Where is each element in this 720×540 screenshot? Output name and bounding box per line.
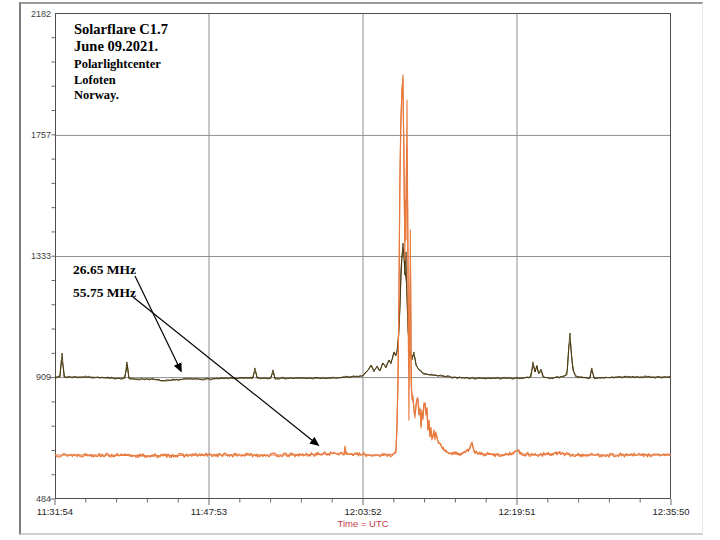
source-line: Norway. [74,88,161,104]
chart-title: Solarflare C1.7 [74,21,168,38]
chart-title-block: Solarflare C1.7 June 09.2021. [74,21,168,54]
x-tick-label: 11:31:54 [20,506,90,517]
source-line: Lofoten [74,73,161,89]
y-tick-label: 2182 [11,9,51,19]
y-tick-label: 484 [11,494,51,504]
y-tick-label: 1757 [11,130,51,140]
x-axis-title: Time = UTC [313,518,413,529]
x-tick-label: 12:03:52 [328,506,398,517]
x-tick-label: 12:19:51 [482,506,552,517]
series-label-55-75-mhz: 55.75 MHz [73,285,136,301]
chart-subtitle: June 09.2021. [74,38,168,55]
series-label-26-65-mhz: 26.65 MHz [73,262,136,278]
y-tick-label: 909 [11,372,51,382]
x-tick-label: 12:35:50 [636,506,706,517]
source-block: Polarlightcenter Lofoten Norway. [74,57,161,104]
solar-flux-chart-app: Solarflare C1.7 June 09.2021. Polarlight… [0,0,720,540]
source-line: Polarlightcenter [74,57,161,73]
y-tick-label: 1333 [11,251,51,261]
x-tick-label: 11:47:53 [174,506,244,517]
